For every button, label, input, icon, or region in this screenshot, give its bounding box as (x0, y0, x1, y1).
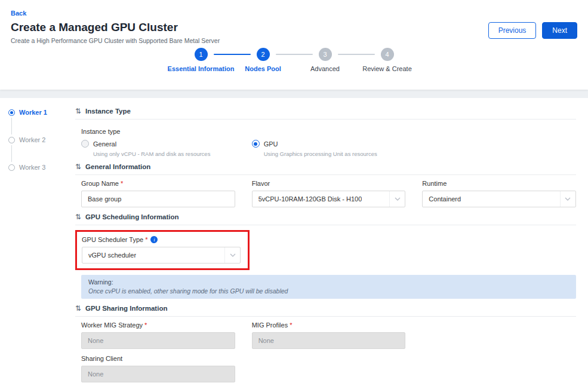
mig-strategy-input: None (81, 332, 235, 349)
warning-title: Warning: (88, 278, 569, 286)
previous-button[interactable]: Previous (488, 22, 537, 39)
step-review-create[interactable]: 4 Review & Create (380, 48, 395, 61)
instance-type-options: General Using only vCPU - RAM and disk a… (81, 140, 576, 157)
warning-banner: Warning: Once cvPU is enabled, other sha… (81, 275, 576, 299)
step-circle: 1 (195, 48, 208, 61)
collapse-icon[interactable]: ⇅ (75, 108, 81, 115)
section-header: ⇅ GPU Sharing Information (75, 305, 576, 317)
worker-connector (11, 145, 12, 162)
step-label: Advanced (310, 65, 340, 72)
worker-label: Worker 1 (19, 109, 47, 116)
wizard-stepper: 1 Essential Information 2 Nodes Pool 3 A… (11, 48, 577, 61)
field-flavor: Flavor 5vCPU-10RAM-120GB Disk - H100 (252, 180, 406, 207)
title-row: Create a Managed GPU Cluster Create a Hi… (11, 21, 577, 44)
warning-text: Once cvPU is enabled, other sharing mode… (88, 287, 569, 295)
chevron-down-icon (560, 191, 575, 207)
required-asterisk: * (145, 236, 147, 243)
option-label: General (93, 140, 116, 148)
flavor-label: Flavor (252, 180, 270, 187)
step-label: Nodes Pool (245, 65, 281, 72)
group-name-input[interactable]: Base group (81, 191, 235, 207)
highlight-box: GPU Scheduler Type * i vGPU scheduler (75, 230, 250, 270)
section-title: GPU Scheduling Information (85, 213, 179, 220)
collapse-icon[interactable]: ⇅ (75, 213, 81, 220)
mig-profiles-input: None (252, 332, 406, 349)
section-header: ⇅ Instance Type (75, 108, 576, 120)
section-header: ⇅ General Information (75, 163, 576, 175)
required-asterisk: * (290, 321, 292, 329)
step-nodes-pool[interactable]: 2 Nodes Pool (256, 48, 270, 61)
group-name-value: Base group (88, 195, 121, 203)
scheduler-type-select[interactable]: vGPU scheduler (82, 247, 241, 264)
step-label: Essential Information (168, 65, 235, 72)
sidebar-item-worker-1[interactable]: Worker 1 (8, 109, 68, 116)
section-body: Instance type General Using only vCPU - … (75, 120, 576, 163)
section-title: General Information (85, 163, 150, 170)
step-connector (276, 54, 313, 55)
required-asterisk: * (144, 321, 147, 329)
worker-connector (11, 118, 12, 134)
title-block: Create a Managed GPU Cluster Create a Hi… (11, 21, 488, 44)
field-sharing-client: Sharing Client None (81, 355, 235, 382)
sidebar-item-worker-2[interactable]: Worker 2 (8, 136, 68, 143)
flavor-select[interactable]: 5vCPU-10RAM-120GB Disk - H100 (252, 191, 406, 207)
step-connector (338, 54, 375, 55)
sharing-client-label: Sharing Client (81, 355, 122, 362)
scheduler-type-value: vGPU scheduler (88, 252, 136, 259)
flavor-value: 5vCPU-10RAM-120GB Disk - H100 (258, 195, 362, 203)
info-icon[interactable]: i (150, 236, 158, 243)
chevron-down-icon (389, 191, 405, 207)
section-title: Instance Type (85, 108, 131, 115)
next-button[interactable]: Next (542, 22, 577, 39)
page-subtitle: Create a High Performance GPU Cluster wi… (11, 37, 488, 44)
collapse-icon[interactable]: ⇅ (75, 305, 81, 312)
option-hint: Using Graphics processing Unit as resour… (264, 151, 406, 157)
mig-profiles-label: MIG Profiles (252, 321, 288, 329)
radio-unselected-icon (8, 164, 15, 171)
radio-selected-icon (8, 109, 15, 116)
runtime-select[interactable]: Containerd (422, 191, 576, 207)
section-header: ⇅ GPU Scheduling Information (75, 213, 576, 225)
step-circle: 3 (319, 48, 332, 61)
required-asterisk: * (121, 180, 123, 187)
collapse-icon[interactable]: ⇅ (75, 163, 81, 170)
group-name-label: Group Name (81, 180, 119, 187)
step-essential-information[interactable]: 1 Essential Information (194, 48, 208, 61)
step-circle: 2 (257, 48, 270, 61)
worker-form: ⇅ Instance Type Instance type General Us… (68, 108, 576, 386)
section-general-information: ⇅ General Information Group Name * Base … (75, 163, 576, 213)
step-circle: 4 (381, 48, 394, 61)
wizard-nav-buttons: Previous Next (488, 21, 577, 39)
nodes-pool-panel: Worker 1 Worker 2 Worker 3 ⇅ Instance Ty… (0, 98, 588, 386)
section-instance-type: ⇅ Instance Type Instance type General Us… (75, 108, 576, 163)
sidebar-item-worker-3[interactable]: Worker 3 (8, 164, 68, 171)
step-advanced[interactable]: 3 Advanced (318, 48, 333, 61)
worker-label: Worker 3 (19, 164, 45, 171)
back-link[interactable]: Back (11, 10, 26, 17)
step-label: Review & Create (362, 65, 412, 72)
workers-sidebar: Worker 1 Worker 2 Worker 3 (8, 108, 68, 386)
section-body: Group Name * Base group Flavor 5vCPU-10R… (75, 175, 576, 213)
scheduler-type-label: GPU Scheduler Type (82, 236, 143, 243)
sharing-client-value: None (88, 370, 103, 378)
mig-profiles-value: None (258, 337, 274, 344)
mig-strategy-value: None (88, 337, 103, 344)
runtime-value: Containerd (429, 195, 461, 203)
option-general[interactable]: General Using only vCPU - RAM and disk a… (81, 140, 235, 157)
page-title: Create a Managed GPU Cluster (11, 21, 488, 34)
section-gpu-sharing: ⇅ GPU Sharing Information Worker MIG Str… (75, 305, 576, 386)
runtime-label: Runtime (422, 180, 447, 187)
option-gpu[interactable]: GPU Using Graphics processing Unit as re… (252, 140, 406, 157)
wizard-header: Back Create a Managed GPU Cluster Create… (0, 0, 588, 90)
step-connector (214, 54, 251, 55)
option-hint: Using only vCPU - RAM and disk as resour… (93, 151, 235, 157)
mig-strategy-label: Worker MIG Strategy (81, 321, 143, 329)
option-label: GPU (264, 140, 278, 148)
radio-unselected-icon (8, 137, 15, 143)
radio-unselected-icon[interactable] (81, 140, 89, 148)
section-title: GPU Sharing Information (85, 305, 167, 312)
field-mig-profiles: MIG Profiles * None (252, 321, 406, 349)
radio-selected-icon[interactable] (252, 140, 260, 148)
field-mig-strategy: Worker MIG Strategy * None (81, 321, 235, 349)
section-body: Worker MIG Strategy * None MIG Profiles … (75, 317, 576, 386)
